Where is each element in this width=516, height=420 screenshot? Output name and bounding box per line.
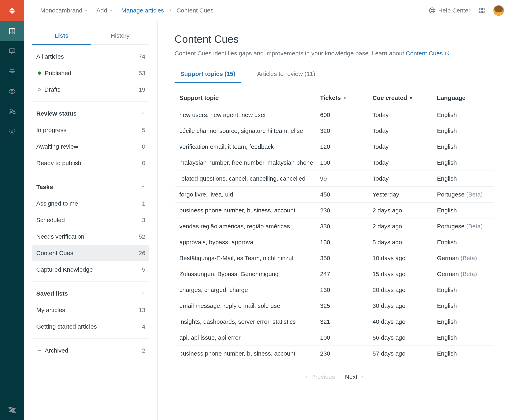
tab-articles-review[interactable]: Articles to review (11) bbox=[251, 66, 321, 83]
sidebar-item-drafts[interactable]: Drafts 19 bbox=[32, 81, 149, 98]
sidebar-section-saved-lists[interactable]: Saved lists bbox=[32, 285, 149, 302]
table-row[interactable]: approvals, bypass, approval1305 days ago… bbox=[175, 234, 494, 250]
nav-knowledge-icon[interactable] bbox=[0, 21, 24, 41]
chevron-up-icon bbox=[140, 184, 145, 190]
nav-feedback-icon[interactable] bbox=[0, 41, 24, 61]
table-row[interactable]: Zulassungen, Bypass, Genehmigung24715 da… bbox=[175, 266, 494, 282]
sidebar-item-label: Archived bbox=[45, 347, 68, 354]
learn-more-link[interactable]: Content Cues bbox=[406, 50, 449, 57]
help-center-label: Help Center bbox=[438, 7, 470, 14]
cell-tickets: 600 bbox=[320, 112, 369, 118]
chevron-down-icon bbox=[109, 8, 113, 13]
cell-tickets: 130 bbox=[320, 286, 369, 293]
nav-arrange-icon[interactable] bbox=[0, 61, 24, 81]
sort-icon: ▲▼ bbox=[343, 98, 347, 98]
sidebar-item-review[interactable]: Awaiting review0 bbox=[32, 138, 149, 155]
sidebar-item-label: My articles bbox=[36, 307, 65, 314]
status-dot-published-icon bbox=[38, 71, 41, 75]
breadcrumb-link[interactable]: Manage articles bbox=[121, 7, 164, 14]
topics-table: Support topic Tickets ▲▼ Cue created ▲▼ … bbox=[175, 89, 494, 361]
col-cue-created[interactable]: Cue created ▲▼ bbox=[372, 94, 433, 101]
table-row[interactable]: verification email, it team, feedback120… bbox=[175, 139, 494, 155]
apps-button[interactable] bbox=[478, 7, 485, 14]
add-dropdown[interactable]: Add bbox=[96, 7, 113, 14]
nav-preview-icon[interactable] bbox=[0, 81, 24, 101]
sidebar-item-label: In progress bbox=[36, 127, 67, 134]
product-logo[interactable] bbox=[0, 0, 24, 21]
col-support-topic[interactable]: Support topic bbox=[179, 94, 316, 101]
cell-tickets: 130 bbox=[320, 239, 369, 246]
sidebar-item-archived[interactable]: Archived 2 bbox=[32, 342, 149, 359]
tab-support-topics[interactable]: Support topics (15) bbox=[175, 66, 241, 83]
sidebar-item-task[interactable]: Assigned to me1 bbox=[32, 195, 149, 212]
add-label: Add bbox=[96, 7, 107, 14]
table-row[interactable]: malaysian number, free number, malaysian… bbox=[175, 155, 494, 171]
table-row[interactable]: new users, new agent, new user600TodayEn… bbox=[175, 107, 494, 123]
col-tickets[interactable]: Tickets ▲▼ bbox=[320, 94, 369, 101]
help-center-link[interactable]: Help Center bbox=[429, 7, 470, 14]
table-row[interactable]: business phone number, business, account… bbox=[175, 202, 494, 218]
cell-topic: forgo livre, livea, uid bbox=[179, 191, 316, 198]
cell-created: Yesterday bbox=[372, 191, 433, 198]
table-row[interactable]: email message, reply e mail, sole use325… bbox=[175, 298, 494, 314]
sidebar-item-task[interactable]: Captured Knowledge5 bbox=[32, 261, 149, 278]
sidebar-item-saved[interactable]: My articles13 bbox=[32, 302, 149, 318]
cell-created: Today bbox=[372, 143, 433, 150]
sidebar-item-review[interactable]: In progress5 bbox=[32, 122, 149, 138]
sidebar-item-task[interactable]: Scheduled3 bbox=[32, 212, 149, 228]
sidebar-item-task[interactable]: Content Cues26 bbox=[32, 245, 149, 261]
cell-topic: api, api issue, api error bbox=[179, 334, 316, 341]
sidebar-item-count: 1 bbox=[142, 200, 145, 207]
brand-dropdown[interactable]: Monocambrand bbox=[40, 7, 88, 14]
archived-icon bbox=[38, 350, 41, 351]
sidebar-section-label: Review status bbox=[36, 110, 77, 117]
tab-lists[interactable]: Lists bbox=[32, 27, 91, 45]
svg-rect-14 bbox=[480, 11, 482, 13]
lifebuoy-icon bbox=[429, 7, 435, 14]
cell-language: English bbox=[437, 302, 489, 309]
sidebar-item-review[interactable]: Ready to publish0 bbox=[32, 155, 149, 171]
svg-point-11 bbox=[431, 9, 433, 11]
svg-rect-13 bbox=[483, 8, 484, 10]
sidebar-section-tasks[interactable]: Tasks bbox=[32, 179, 149, 195]
avatar[interactable] bbox=[493, 5, 504, 16]
table-row[interactable]: charges, charged, charge13020 days agoEn… bbox=[175, 282, 494, 298]
table-row[interactable]: api, api issue, api error10056 days agoE… bbox=[175, 330, 494, 346]
svg-point-9 bbox=[11, 131, 13, 133]
sidebar-item-count: 4 bbox=[142, 323, 145, 330]
sidebar-item-published[interactable]: Published 53 bbox=[32, 65, 149, 81]
table-row[interactable]: business phone number, business, account… bbox=[175, 346, 494, 361]
sidebar-item-all-articles[interactable]: All articles 74 bbox=[32, 48, 149, 65]
sidebar-item-saved[interactable]: Getting started articles4 bbox=[32, 318, 149, 335]
table-row[interactable]: related questions, cancel, cancelling, c… bbox=[175, 171, 494, 187]
table-row[interactable]: forgo livre, livea, uid450YesterdayPortu… bbox=[175, 187, 494, 202]
sidebar-item-task[interactable]: Needs verification52 bbox=[32, 228, 149, 245]
svg-line-16 bbox=[447, 52, 449, 53]
breadcrumb-current: Content Cues bbox=[177, 7, 214, 14]
tab-history[interactable]: History bbox=[91, 27, 150, 45]
nav-permissions-icon[interactable] bbox=[0, 101, 24, 122]
table-row[interactable]: insights, dashboards, server error, stat… bbox=[175, 314, 494, 330]
cell-tickets: 330 bbox=[320, 223, 369, 230]
icon-rail bbox=[0, 0, 24, 420]
breadcrumb: Manage articles Content Cues bbox=[121, 7, 214, 14]
cell-topic: related questions, cancel, cancelling, c… bbox=[179, 175, 316, 182]
table-row[interactable]: vendas região américas, região américas3… bbox=[175, 218, 494, 234]
cell-tickets: 99 bbox=[320, 175, 369, 182]
cell-topic: vendas região américas, região américas bbox=[179, 223, 316, 230]
cell-topic: cécile channel source, signature hi team… bbox=[179, 128, 316, 134]
nav-settings-icon[interactable] bbox=[0, 122, 24, 142]
cell-language: German (Beta) bbox=[437, 255, 489, 262]
chevron-right-icon bbox=[168, 7, 173, 14]
cell-language: English bbox=[437, 239, 489, 246]
sidebar-tabs: Lists History bbox=[32, 27, 149, 45]
zendesk-logo-icon[interactable] bbox=[0, 400, 24, 420]
cell-language: English bbox=[437, 350, 489, 357]
sidebar-section-review-status[interactable]: Review status bbox=[32, 105, 149, 122]
sidebar-item-label: Awaiting review bbox=[36, 143, 78, 150]
sidebar-item-count: 53 bbox=[139, 70, 145, 76]
col-language[interactable]: Language bbox=[437, 94, 489, 101]
table-row[interactable]: cécile channel source, signature hi team… bbox=[175, 123, 494, 139]
pager-next[interactable]: Next bbox=[345, 374, 364, 380]
table-row[interactable]: Bestätigungs-E-Mail, es Team, nicht hinz… bbox=[175, 250, 494, 266]
